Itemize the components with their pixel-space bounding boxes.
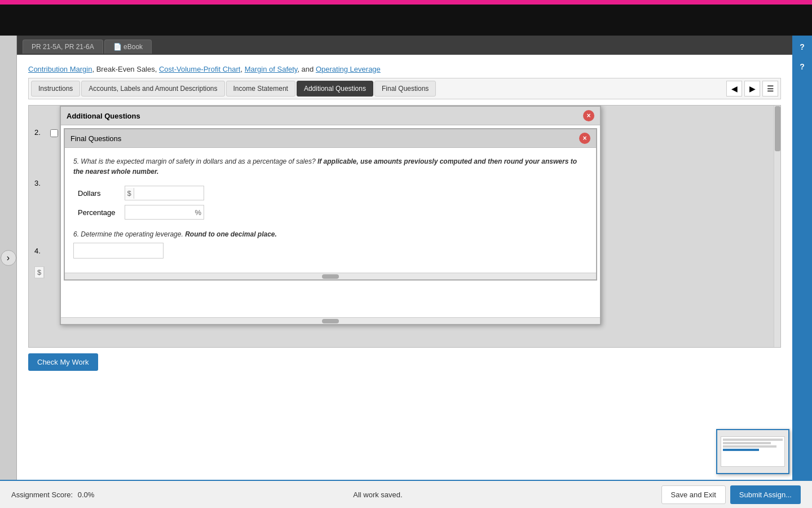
black-header bbox=[0, 5, 812, 36]
questions-outer: 2. 3. 4. $ Addi bbox=[28, 105, 781, 348]
item-3-area: 3. bbox=[34, 179, 41, 187]
submit-assignment-button[interactable]: Submit Assign... bbox=[730, 485, 801, 504]
tab-final-questions[interactable]: Final Questions bbox=[374, 81, 436, 97]
q6-bold-text: Round to one decimal place. bbox=[185, 230, 277, 238]
breadcrumb-operating-leverage[interactable]: Operating Leverage bbox=[316, 65, 381, 73]
tab-additional-questions[interactable]: Additional Questions bbox=[297, 81, 373, 97]
item-4-dollar: $ bbox=[34, 266, 45, 278]
score-value: 0.0% bbox=[78, 491, 95, 499]
percentage-input-cell: % bbox=[120, 203, 209, 222]
tab-instructions[interactable]: Instructions bbox=[31, 81, 80, 97]
breadcrumb-sep3: , and bbox=[297, 65, 316, 73]
breadcrumb-cvp-chart[interactable]: Cost-Volume-Profit Chart bbox=[159, 65, 241, 73]
tab-pr21[interactable]: PR 21-5A, PR 21-6A bbox=[23, 40, 103, 54]
percentage-input[interactable] bbox=[125, 205, 193, 219]
item-2-area: 2. bbox=[34, 128, 58, 142]
answer-table: Dollars $ Percentage bbox=[73, 183, 209, 222]
nav-icon-right[interactable]: ▶ bbox=[744, 81, 760, 97]
content-area: PR 21-5A, PR 21-6A 📄 eBook Contribution … bbox=[17, 36, 792, 480]
q5-main-text: What is the expected margin of safety in… bbox=[81, 157, 317, 165]
save-and-exit-button[interactable]: Save and Exit bbox=[661, 485, 726, 504]
tab-income-statement[interactable]: Income Statement bbox=[226, 81, 295, 97]
thumbnail-preview bbox=[716, 429, 789, 474]
q6-input[interactable] bbox=[73, 243, 164, 259]
nav-icon-left[interactable]: ◀ bbox=[726, 81, 742, 97]
additional-questions-scrollbar[interactable] bbox=[61, 317, 600, 324]
toggle-button[interactable]: › bbox=[1, 250, 16, 266]
window-tab-bar: PR 21-5A, PR 21-6A 📄 eBook bbox=[17, 36, 792, 55]
tab-ebook-label: eBook bbox=[123, 43, 143, 51]
item-2-checkbox[interactable] bbox=[50, 129, 58, 137]
question-5-text: 5. What is the expected margin of safety… bbox=[73, 156, 588, 177]
item-2-number: 2. bbox=[34, 128, 46, 137]
vert-scroll-thumb bbox=[775, 106, 780, 151]
vertical-scrollbar[interactable] bbox=[774, 106, 780, 347]
percentage-label: Percentage bbox=[73, 203, 120, 222]
save-status: All work saved. bbox=[353, 491, 402, 499]
dollar-prefix-icon: $ bbox=[35, 267, 44, 278]
final-questions-close[interactable]: × bbox=[579, 133, 590, 144]
status-bar: Assignment Score: 0.0% All work saved. S… bbox=[0, 480, 812, 508]
item-3-number: 3. bbox=[34, 179, 41, 187]
action-buttons: Save and Exit Submit Assign... bbox=[661, 485, 801, 504]
dollar-sign: $ bbox=[125, 188, 134, 199]
item-4-area: 4. bbox=[34, 247, 41, 255]
check-my-work-button[interactable]: Check My Work bbox=[28, 353, 98, 371]
additional-questions-modal: Additional Questions × Final Questions × bbox=[60, 106, 601, 325]
support-button[interactable]: ? bbox=[794, 58, 811, 75]
additional-questions-close[interactable]: × bbox=[583, 110, 594, 121]
dollars-input[interactable] bbox=[134, 186, 202, 200]
breadcrumb-sep1: , Break-Even Sales, bbox=[92, 65, 159, 73]
left-panel-toggle[interactable]: › bbox=[0, 36, 17, 480]
right-sidebar: ? ? bbox=[792, 36, 812, 480]
breadcrumb-sep2: , bbox=[240, 65, 244, 73]
tab-pr21-label: PR 21-5A, PR 21-6A bbox=[32, 43, 94, 51]
q6-number: 6. bbox=[73, 230, 79, 238]
outer-scroll-handle bbox=[322, 319, 339, 323]
help-button[interactable]: ? bbox=[794, 38, 811, 55]
breadcrumb: Contribution Margin, Break-Even Sales, C… bbox=[28, 60, 781, 78]
page-content: Contribution Margin, Break-Even Sales, C… bbox=[17, 55, 792, 480]
percentage-row: Percentage % bbox=[73, 203, 209, 222]
dollars-row: Dollars $ bbox=[73, 183, 209, 203]
final-questions-body: 5. What is the expected margin of safety… bbox=[65, 148, 596, 273]
modal-body-spacer bbox=[61, 283, 600, 317]
top-bar bbox=[0, 0, 812, 5]
bottom-actions: Check My Work bbox=[28, 353, 781, 371]
final-questions-title: Final Questions bbox=[70, 134, 121, 143]
additional-questions-title: Additional Questions bbox=[67, 112, 140, 120]
score-info: Assignment Score: 0.0% bbox=[11, 491, 94, 499]
q5-number: 5. bbox=[73, 157, 79, 165]
score-label: Assignment Score: bbox=[11, 491, 73, 499]
nav-icon-menu[interactable]: ☰ bbox=[762, 81, 778, 97]
final-questions-scrollbar[interactable] bbox=[65, 273, 596, 279]
dollars-label: Dollars bbox=[73, 183, 120, 203]
scroll-handle bbox=[322, 274, 339, 279]
ebook-icon: 📄 bbox=[113, 43, 122, 51]
breadcrumb-contribution-margin[interactable]: Contribution Margin bbox=[28, 65, 92, 73]
dollars-input-cell: $ bbox=[120, 183, 209, 203]
final-questions-modal: Final Questions × 5. What is the expecte… bbox=[64, 128, 597, 281]
tab-accounts[interactable]: Accounts, Labels and Amount Descriptions bbox=[81, 81, 224, 97]
q6-main-text: Determine the operating leverage. bbox=[81, 230, 185, 238]
item-4-number: 4. bbox=[34, 247, 41, 255]
nav-tabs: Instructions Accounts, Labels and Amount… bbox=[28, 78, 781, 99]
breadcrumb-margin-safety[interactable]: Margin of Safety bbox=[245, 65, 298, 73]
tab-ebook[interactable]: 📄 eBook bbox=[104, 40, 152, 54]
percent-sign: % bbox=[193, 207, 204, 218]
additional-questions-header: Additional Questions × bbox=[61, 107, 600, 125]
final-questions-header: Final Questions × bbox=[65, 129, 596, 148]
question-6-text: 6. Determine the operating leverage. Rou… bbox=[73, 230, 588, 238]
